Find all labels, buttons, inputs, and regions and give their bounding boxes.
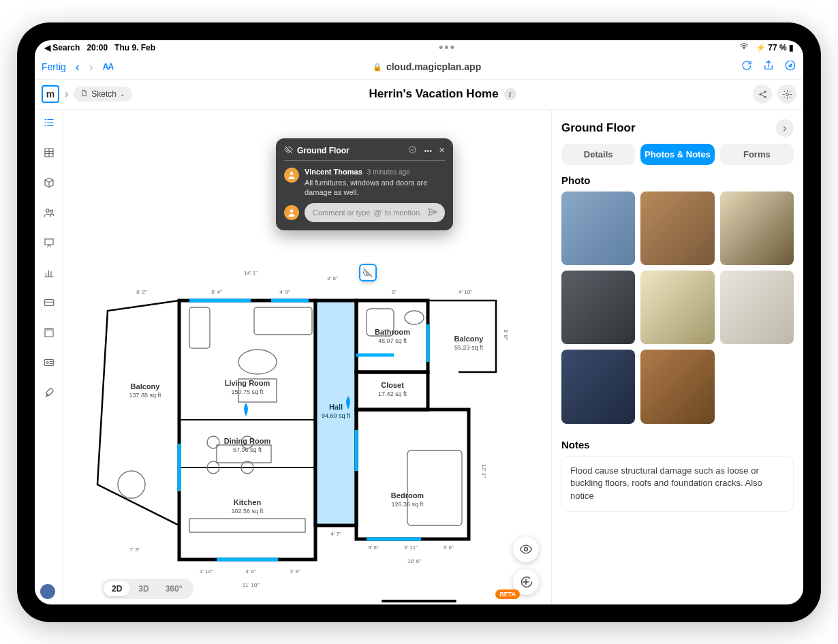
collapse-panel-button[interactable]: › xyxy=(776,119,794,137)
svg-rect-9 xyxy=(45,239,53,244)
chevron-down-icon: ⌄ xyxy=(120,91,125,97)
svg-text:3' 6": 3' 6" xyxy=(245,568,256,574)
svg-point-7 xyxy=(46,209,49,212)
browser-back[interactable]: ‹ xyxy=(76,60,80,74)
card-icon[interactable] xyxy=(43,296,55,311)
grid-icon[interactable] xyxy=(43,147,55,162)
photo-thumb[interactable] xyxy=(640,191,714,265)
url-bar[interactable]: 🔒 cloud.magicplan.app xyxy=(373,61,481,72)
svg-point-0 xyxy=(743,48,745,50)
wifi-icon xyxy=(739,42,749,53)
status-back-search[interactable]: ◀ Search xyxy=(44,43,80,52)
svg-point-14 xyxy=(409,147,416,153)
svg-text:6' 2": 6' 2" xyxy=(136,289,147,295)
svg-text:4' 9": 4' 9" xyxy=(279,289,290,295)
logo-chevron-icon[interactable]: › xyxy=(65,88,68,100)
share-project-button[interactable] xyxy=(753,85,772,104)
svg-point-1 xyxy=(786,61,795,70)
chart-icon[interactable] xyxy=(43,266,55,281)
multitask-dots[interactable]: ••• xyxy=(439,40,456,55)
comment-input[interactable]: Comment or type '@' to mention xyxy=(305,203,445,222)
send-icon[interactable] xyxy=(427,206,438,219)
svg-text:Closet: Closet xyxy=(381,381,404,389)
svg-point-34 xyxy=(238,350,277,374)
share-icon[interactable] xyxy=(762,59,775,74)
status-date: Thu 9. Feb xyxy=(114,43,155,52)
outline-icon[interactable] xyxy=(43,117,55,132)
home-indicator[interactable] xyxy=(382,600,456,602)
sketch-dropdown[interactable]: Sketch ⌄ xyxy=(74,87,132,102)
view-mode-toggle[interactable]: 2D 3D 360° xyxy=(101,579,193,599)
lock-icon: 🔒 xyxy=(373,63,382,72)
resolve-icon[interactable] xyxy=(408,145,417,155)
photo-thumb[interactable] xyxy=(640,350,714,423)
photo-thumb[interactable] xyxy=(561,271,635,344)
svg-text:4' 7": 4' 7" xyxy=(330,531,341,537)
comment-author: Vincent Thomas xyxy=(305,168,362,176)
floorplan-drawing[interactable]: Balcony 137.88 sq ft Living Room 150.75 … xyxy=(80,266,516,600)
photo-thumb[interactable] xyxy=(561,350,635,423)
svg-rect-32 xyxy=(189,307,210,348)
settings-button[interactable] xyxy=(777,85,796,104)
svg-text:8': 8' xyxy=(392,289,396,295)
left-toolbar xyxy=(35,110,63,604)
team-icon[interactable] xyxy=(43,206,55,221)
svg-text:2' 8": 2' 8" xyxy=(327,275,338,281)
svg-text:Kitchen: Kitchen xyxy=(234,498,262,506)
notes-card[interactable]: Flood cause structural damage such as lo… xyxy=(561,456,794,512)
panel-tabs: Details Photos & Notes Forms xyxy=(561,144,794,165)
view-3d[interactable]: 3D xyxy=(130,581,157,596)
reload-icon[interactable] xyxy=(741,59,753,74)
svg-text:17.42 sq ft: 17.42 sq ft xyxy=(378,390,407,397)
presentation-icon[interactable] xyxy=(43,236,55,251)
photo-thumb[interactable] xyxy=(720,191,794,265)
more-icon[interactable]: ••• xyxy=(424,147,432,155)
photo-thumb[interactable] xyxy=(640,271,714,344)
svg-text:4' 10": 4' 10" xyxy=(459,289,472,295)
measure-icon[interactable] xyxy=(43,326,55,341)
svg-rect-33 xyxy=(254,307,312,335)
svg-rect-41 xyxy=(189,519,305,532)
rocket-icon[interactable] xyxy=(43,386,55,401)
cube-icon[interactable] xyxy=(43,177,55,191)
id-icon[interactable] xyxy=(43,356,55,371)
battery-icon: ⚡ 77 % ▮ xyxy=(756,43,794,52)
svg-text:10' 6": 10' 6" xyxy=(407,558,421,564)
beta-badge: BETA xyxy=(495,589,520,599)
close-icon[interactable]: ✕ xyxy=(439,146,445,155)
project-title[interactable]: Herrin's Vacation Home xyxy=(369,87,498,101)
right-panel: Ground Floor › Details Photos & Notes Fo… xyxy=(551,110,803,604)
svg-text:3' 8": 3' 8" xyxy=(368,545,379,551)
view-2d[interactable]: 2D xyxy=(104,581,130,596)
svg-text:Balcony: Balcony xyxy=(454,335,484,343)
svg-text:Living Room: Living Room xyxy=(225,379,270,387)
compass-icon[interactable] xyxy=(784,59,796,74)
photo-grid xyxy=(561,191,794,424)
tab-photos-notes[interactable]: Photos & Notes xyxy=(640,144,714,165)
svg-rect-10 xyxy=(44,299,54,305)
tab-forms[interactable]: Forms xyxy=(720,144,794,165)
svg-text:12' 1": 12' 1" xyxy=(481,464,487,478)
svg-text:3' 10": 3' 10" xyxy=(200,568,213,574)
svg-point-8 xyxy=(50,210,52,212)
svg-point-83 xyxy=(525,547,528,551)
view-360[interactable]: 360° xyxy=(157,581,191,596)
text-size[interactable]: AA xyxy=(103,62,113,72)
safari-toolbar: Fertig ‹ › AA 🔒 cloud.magicplan.app xyxy=(35,55,803,80)
photo-thumb[interactable] xyxy=(720,271,794,344)
svg-text:Dining Room: Dining Room xyxy=(224,437,271,445)
comment-avatar xyxy=(284,168,299,183)
svg-text:102.56 sq ft: 102.56 sq ft xyxy=(231,508,264,515)
document-icon xyxy=(80,89,88,99)
photo-thumb[interactable] xyxy=(561,191,635,265)
notes-heading: Notes xyxy=(561,439,794,450)
browser-done[interactable]: Fertig xyxy=(42,61,66,72)
floorplan-canvas[interactable]: Ground Floor ••• ✕ Vincent T xyxy=(63,110,551,604)
user-avatar[interactable] xyxy=(40,584,55,599)
tab-details[interactable]: Details xyxy=(561,144,635,165)
svg-text:94.60 sq ft: 94.60 sq ft xyxy=(322,412,351,419)
app-logo[interactable]: m xyxy=(42,85,59,103)
svg-text:11' 10": 11' 10" xyxy=(243,582,260,588)
visibility-button[interactable] xyxy=(513,536,539,562)
info-icon[interactable]: i xyxy=(504,88,516,100)
